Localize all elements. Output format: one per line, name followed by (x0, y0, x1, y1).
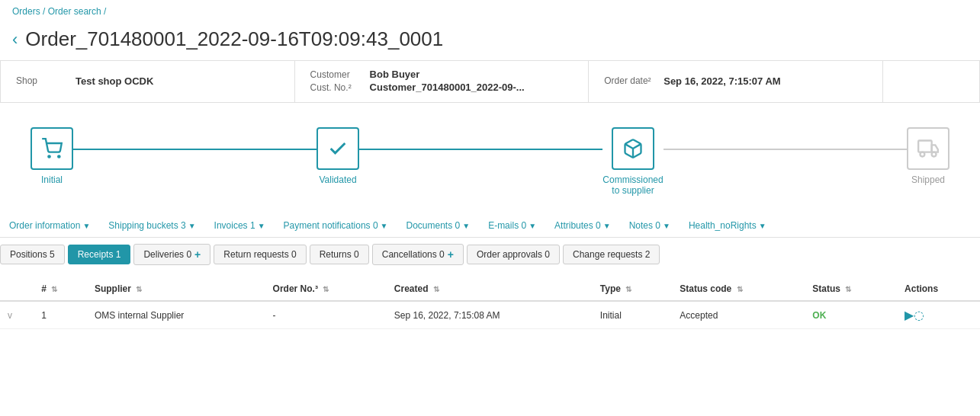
breadcrumb-order-search[interactable]: Order search (48, 6, 101, 17)
chevron-shipping-buckets: ▼ (188, 222, 196, 230)
chevron-documents: ▼ (462, 222, 470, 230)
deliveries-plus-icon[interactable]: + (194, 248, 201, 261)
row-created: Sep 16, 2022, 7:15:08 AM (387, 301, 593, 329)
step-validated: Validated (316, 127, 359, 185)
chevron-health-norights: ▼ (759, 222, 766, 230)
col-status[interactable]: Status ⇅ (805, 277, 897, 301)
chevron-attributes: ▼ (603, 222, 611, 230)
customer-label: Customer (310, 69, 364, 80)
status-stepper: Initial Validated Commissioned to suppli… (0, 115, 980, 208)
step-commissioned: Commissioned to supplier (602, 127, 664, 196)
info-bar: Shop Test shop OCDK Customer Bob Buyer C… (0, 60, 980, 103)
row-actions[interactable]: ▶◌ (897, 301, 980, 329)
row-number: 1 (34, 301, 87, 329)
connector-3 (664, 149, 907, 150)
sub-tab-change-requests[interactable]: Change requests 2 (563, 245, 660, 264)
row-type: Initial (593, 301, 672, 329)
table-row: v 1 OMS internal Supplier - Sep 16, 2022… (0, 301, 980, 329)
col-type[interactable]: Type ⇅ (593, 277, 672, 301)
cust-no-label: Cust. No.² (310, 82, 364, 93)
col-order-no[interactable]: Order No.³ ⇅ (265, 277, 387, 301)
chevron-invoices: ▼ (258, 222, 265, 230)
info-extra (883, 61, 979, 102)
row-status-code: Accepted (672, 301, 805, 329)
col-status-code[interactable]: Status code ⇅ (672, 277, 805, 301)
sub-tab-returns[interactable]: Returns 0 (310, 245, 369, 264)
col-actions: Actions (897, 277, 980, 301)
step-initial-label: Initial (41, 174, 63, 185)
sub-tab-receipts[interactable]: Receipts 1 (68, 245, 131, 264)
connector-1 (73, 149, 316, 150)
sub-tabs: Positions 5 Receipts 1 Deliveries 0 + Re… (0, 238, 980, 271)
step-shipped-icon (907, 127, 949, 170)
tab-order-information[interactable]: Order information ▼ (0, 214, 99, 237)
receipts-table: # ⇅ Supplier ⇅ Order No.³ ⇅ Created ⇅ Ty… (0, 277, 980, 329)
connector-2 (359, 149, 602, 150)
step-commissioned-icon (612, 127, 654, 170)
tab-notes[interactable]: Notes 0 ▼ (620, 214, 680, 237)
order-date-value: Sep 16, 2022, 7:15:07 AM (664, 75, 780, 87)
svg-rect-3 (918, 141, 932, 152)
chevron-payment-notifications: ▼ (381, 222, 388, 230)
chevron-order-information: ▼ (82, 222, 90, 230)
col-supplier[interactable]: Supplier ⇅ (87, 277, 265, 301)
step-initial: Initial (31, 127, 73, 185)
chevron-emails: ▼ (529, 222, 536, 230)
svg-point-5 (932, 152, 937, 157)
sub-tab-positions[interactable]: Positions 5 (0, 245, 65, 264)
sub-tab-deliveries[interactable]: Deliveries 0 + (133, 244, 210, 265)
chevron-notes: ▼ (663, 222, 670, 230)
col-expand (0, 277, 34, 301)
breadcrumb: Orders / Order search / (0, 0, 980, 23)
page-title: Order_701480001_2022-09-16T09:09:43_0001 (25, 27, 443, 51)
tab-health-norights[interactable]: Health_noRights ▼ (680, 214, 776, 237)
tab-invoices[interactable]: Invoices 1 ▼ (205, 214, 275, 237)
svg-point-0 (48, 155, 50, 157)
step-shipped: Shipped (907, 127, 949, 185)
cust-no-value: Customer_701480001_2022-09-... (370, 82, 525, 93)
order-date-info: Order date² Sep 16, 2022, 7:15:07 AM (589, 61, 883, 102)
step-shipped-label: Shipped (911, 174, 945, 185)
cancellations-plus-icon[interactable]: + (448, 248, 454, 261)
nav-tabs: Order information ▼ Shipping buckets 3 ▼… (0, 214, 980, 238)
breadcrumb-orders[interactable]: Orders (12, 6, 40, 17)
row-supplier: OMS internal Supplier (87, 301, 265, 329)
step-initial-icon (31, 127, 73, 170)
back-button[interactable]: ‹ (12, 31, 18, 48)
step-validated-icon (316, 127, 359, 170)
tab-shipping-buckets[interactable]: Shipping buckets 3 ▼ (99, 214, 204, 237)
sub-tab-return-requests[interactable]: Return requests 0 (214, 245, 306, 264)
svg-point-4 (921, 152, 925, 157)
sub-tab-cancellations[interactable]: Cancellations 0 + (372, 244, 464, 265)
tab-attributes[interactable]: Attributes 0 ▼ (545, 214, 620, 237)
tab-payment-notifications[interactable]: Payment notifications 0 ▼ (275, 214, 397, 237)
col-number[interactable]: # ⇅ (34, 277, 87, 301)
row-order-no: - (265, 301, 387, 329)
row-expand[interactable]: v (0, 301, 34, 329)
step-commissioned-label: Commissioned to supplier (602, 174, 664, 196)
tab-documents[interactable]: Documents 0 ▼ (397, 214, 480, 237)
sub-tab-order-approvals[interactable]: Order approvals 0 (467, 245, 560, 264)
customer-info: Customer Bob Buyer Cust. No.² Customer_7… (295, 61, 590, 102)
row-status: OK (805, 301, 897, 329)
shop-label: Shop (16, 75, 69, 86)
step-validated-label: Validated (319, 174, 356, 185)
col-created[interactable]: Created ⇅ (387, 277, 593, 301)
shop-info: Shop Test shop OCDK (1, 61, 295, 102)
svg-point-1 (58, 155, 59, 157)
shop-value: Test shop OCDK (76, 75, 153, 87)
order-date-label: Order date² (604, 75, 657, 86)
customer-value: Bob Buyer (370, 69, 420, 80)
tab-emails[interactable]: E-mails 0 ▼ (479, 214, 545, 237)
